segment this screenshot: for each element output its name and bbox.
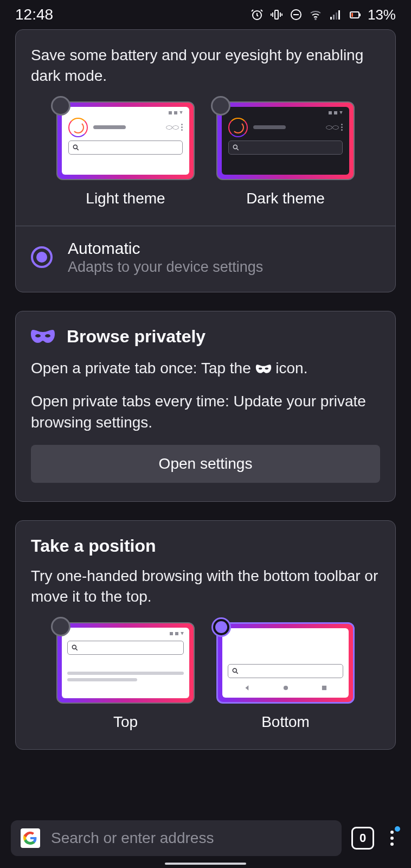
svg-rect-5 [333,15,335,20]
theme-blurb: Save some battery and your eyesight by e… [31,45,380,86]
vibrate-icon [270,8,283,21]
nav-home-icon [282,684,290,692]
status-time: 12:48 [15,6,53,23]
battery-percentage: 13% [368,7,396,23]
private-title: Browse privately [67,327,206,347]
wifi-icon [309,8,322,21]
google-search-engine-icon [21,828,40,848]
url-bar[interactable]: Search or enter address [11,820,342,856]
svg-point-17 [233,668,236,672]
svg-rect-1 [275,10,278,19]
firefox-logo-icon [68,118,88,137]
search-icon [232,667,239,675]
home-indicator [165,863,246,865]
svg-point-11 [233,145,237,149]
svg-rect-6 [336,12,337,20]
svg-rect-7 [338,10,340,20]
svg-point-13 [45,334,50,337]
automatic-subtitle: Adapts to your device settings [68,259,263,276]
private-browsing-card: Browse privately Open a private tab once… [15,311,396,502]
private-mask-icon [31,329,55,344]
light-theme-label: Light theme [86,190,165,207]
svg-rect-19 [322,686,326,690]
theme-card: Save some battery and your eyesight by e… [15,29,396,292]
svg-point-10 [73,145,77,149]
svg-point-14 [259,368,262,370]
firefox-logo-icon [228,118,248,137]
mask-icon: ⬭⬭ [166,123,179,132]
menu-button[interactable] [384,826,400,850]
svg-point-16 [72,645,76,649]
svg-rect-4 [330,17,332,20]
svg-point-12 [35,334,41,337]
onboarding-content: Save some battery and your eyesight by e… [0,29,411,808]
theme-option-dark[interactable]: ⬭⬭ Dark theme [216,101,355,207]
bottom-position-preview [216,622,355,704]
automatic-title: Automatic [68,239,263,258]
svg-point-3 [315,18,316,20]
browser-toolbar: Search or enter address 0 [0,808,411,868]
radio-light [51,96,70,116]
dark-theme-preview: ⬭⬭ [216,101,355,180]
light-theme-preview: ⬭⬭ [56,101,195,180]
bottom-label: Bottom [261,713,310,731]
position-title: Take a position [31,536,380,556]
radio-dark [211,96,230,116]
position-blurb: Try one-handed browsing with the bottom … [31,566,380,607]
tabs-button[interactable]: 0 [351,827,374,850]
radio-automatic-selected [31,246,53,268]
position-option-top[interactable]: Top [56,622,195,731]
radio-top [51,617,70,636]
toolbar-position-card: Take a position Try one-handed browsing … [15,520,396,750]
nav-recent-icon [320,684,328,692]
theme-option-light[interactable]: ⬭⬭ Light theme [56,101,195,207]
position-option-bottom[interactable]: Bottom [216,622,355,731]
top-position-preview [56,622,195,704]
signal-icon [329,8,342,21]
dark-theme-label: Dark theme [246,190,325,207]
url-placeholder: Search or enter address [51,829,214,847]
search-icon [232,144,240,151]
top-label: Top [113,713,138,731]
svg-point-15 [265,368,268,370]
search-icon [72,144,80,151]
dnd-icon [290,8,303,21]
status-indicators: 13% [251,7,396,23]
mask-inline-icon [255,364,272,374]
nav-back-icon [243,684,251,692]
svg-rect-9 [351,13,353,17]
notification-badge [395,826,400,832]
private-instruction-1: Open a private tab once: Tap the icon. [31,358,380,379]
private-instruction-2: Open private tabs every time: Update you… [31,391,380,433]
open-settings-button[interactable]: Open settings [31,445,380,483]
status-bar: 12:48 13% [0,0,411,29]
battery-icon [348,8,361,21]
radio-bottom-selected [211,617,231,637]
search-icon [71,644,79,652]
svg-point-18 [283,686,287,690]
kebab-icon [390,831,394,846]
mask-icon: ⬭⬭ [326,123,339,132]
alarm-icon [251,8,264,21]
theme-option-automatic[interactable]: Automatic Adapts to your device settings [16,226,395,292]
